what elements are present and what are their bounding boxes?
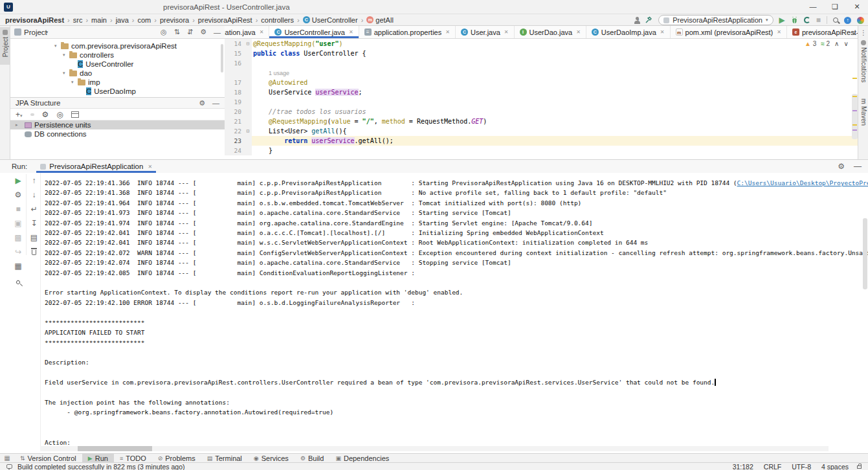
- lock-icon[interactable]: [857, 465, 862, 469]
- stripe-tab-project[interactable]: Project: [0, 27, 10, 65]
- editor-tab[interactable]: User.java ✕: [456, 26, 515, 38]
- code-line[interactable]: 21 @RequestMapping(value = "/", method =…: [225, 117, 858, 126]
- toolwindow-button[interactable]: ⇅ Version Control: [14, 454, 82, 463]
- console-link[interactable]: C:\Users\Usuario\Desktop\ProyectoPreviso…: [737, 179, 868, 186]
- target-icon[interactable]: ◎: [56, 110, 63, 119]
- tab-close-icon[interactable]: ✕: [260, 29, 264, 35]
- tab-close-icon[interactable]: ✕: [777, 29, 781, 35]
- tree-row[interactable]: ▾ imp: [10, 78, 225, 87]
- stripe-tab-notifications[interactable]: Notifications: [858, 38, 868, 92]
- close-button[interactable]: ✕: [846, 0, 868, 14]
- project-panel-title[interactable]: Project: [24, 28, 47, 36]
- soft-wrap-icon[interactable]: ↵: [30, 205, 37, 214]
- toolwindow-button[interactable]: ▣ Dependencies: [329, 454, 395, 463]
- breadcrumb-item[interactable]: UserController: [294, 16, 358, 24]
- editor-tab[interactable]: UserDaoImp.java ✕: [586, 26, 671, 38]
- update-available-icon[interactable]: ↑: [844, 17, 851, 24]
- user-account-button[interactable]: ▾: [634, 17, 640, 24]
- editor-tab[interactable]: pplication.java ✕: [225, 26, 269, 38]
- run-configuration-select[interactable]: PrevisoraApiRestApplication ▾: [658, 15, 773, 25]
- editor-tab[interactable]: pom.xml (previsoraApiRest) ✕: [671, 26, 787, 38]
- code-line[interactable]: 18 UserService userService;: [225, 87, 858, 97]
- hide-panel-icon[interactable]: —: [212, 99, 219, 107]
- tree-row[interactable]: ▾ UserController: [10, 60, 225, 69]
- gear-icon[interactable]: ⚙: [200, 28, 206, 36]
- toolwindow-button[interactable]: ⊘ Problems: [152, 454, 201, 463]
- code-editor[interactable]: 14⊟@RequestMapping("user")15public class…: [225, 39, 858, 159]
- tab-close-icon[interactable]: ✕: [349, 29, 353, 35]
- breadcrumb-item[interactable]: com: [129, 16, 151, 24]
- run-tab[interactable]: PrevisoraApiRestApplication ✕: [36, 160, 156, 173]
- toolwindow-button[interactable]: ▤ Terminal: [201, 454, 248, 463]
- tabs-dropdown-icon[interactable]: ∨: [852, 29, 856, 36]
- memory-snapshot-icon[interactable]: ▩: [14, 234, 21, 242]
- breadcrumb-item[interactable]: controllers: [252, 16, 294, 24]
- code-line[interactable]: 16: [225, 58, 858, 68]
- code-with-me-icon[interactable]: [857, 17, 864, 24]
- breadcrumb-item[interactable]: src: [64, 16, 82, 24]
- clear-console-icon[interactable]: [32, 250, 36, 255]
- console-hscrollbar[interactable]: [40, 446, 829, 451]
- toolwindow-button[interactable]: ▶ Run: [82, 454, 114, 463]
- thread-dump-icon[interactable]: ▣: [14, 219, 21, 228]
- gear-icon[interactable]: ⚙: [199, 99, 205, 107]
- expand-all-icon[interactable]: ⇅: [174, 28, 180, 36]
- up-stacktrace-icon[interactable]: ↑: [32, 177, 36, 185]
- pin-icon[interactable]: [16, 280, 21, 285]
- tab-close-icon[interactable]: ✕: [504, 29, 509, 35]
- jpa-row[interactable]: ▸ DB connections: [10, 129, 225, 139]
- editor-tab[interactable]: UserController.java ✕: [269, 26, 359, 38]
- line-separator[interactable]: CRLF: [764, 463, 781, 470]
- locate-file-icon[interactable]: ◎: [161, 28, 167, 36]
- tab-close-icon[interactable]: ✕: [148, 164, 152, 170]
- breadcrumb-item[interactable]: java: [107, 16, 129, 24]
- chevron-icon[interactable]: ▸: [16, 122, 22, 128]
- rerun-button[interactable]: ▶: [15, 177, 21, 185]
- breadcrumb-item[interactable]: previsora: [151, 16, 189, 24]
- breadcrumb-item[interactable]: previsoraApiRest: [189, 16, 252, 24]
- scroll-to-end-icon[interactable]: ↧: [30, 219, 37, 228]
- typo-count[interactable]: 2: [827, 40, 830, 47]
- fold-marker[interactable]: ⊟: [244, 39, 252, 49]
- fold-marker[interactable]: ⊟: [244, 126, 252, 136]
- chevron-icon[interactable]: ▾: [63, 52, 69, 58]
- code-line[interactable]: 20 //trae todos los usuarios: [225, 107, 858, 117]
- tab-close-icon[interactable]: ✕: [576, 29, 581, 35]
- project-scrollbar[interactable]: [221, 44, 223, 73]
- code-line[interactable]: 19: [225, 97, 858, 107]
- hide-panel-icon[interactable]: —: [854, 162, 862, 171]
- tab-close-icon[interactable]: ✕: [660, 29, 665, 35]
- console-hscrollbar-thumb[interactable]: [78, 446, 152, 451]
- chevron-down-icon[interactable]: ▾: [46, 30, 49, 35]
- chevron-icon[interactable]: ▾: [63, 71, 69, 76]
- table-icon[interactable]: [71, 111, 79, 118]
- chevron-icon[interactable]: ▾: [71, 80, 78, 85]
- toolwindow-button[interactable]: ◉ Services: [248, 454, 295, 463]
- layout-icon[interactable]: ▦: [14, 262, 21, 271]
- caret-position[interactable]: 31:182: [733, 463, 753, 470]
- stop-button[interactable]: ■: [816, 14, 821, 26]
- wrench-icon[interactable]: ⚙: [42, 110, 49, 119]
- breadcrumb-item[interactable]: main: [82, 16, 107, 24]
- code-line[interactable]: 1 usage: [225, 68, 858, 78]
- status-message[interactable]: Build completed successfully in 822 ms (…: [17, 463, 185, 470]
- toolwindow-switcher-icon[interactable]: ▦: [0, 454, 14, 462]
- event-log-icon[interactable]: [6, 464, 12, 469]
- code-line[interactable]: 17 @Autowired: [225, 78, 858, 87]
- debug-button[interactable]: [791, 16, 798, 24]
- toolwindow-button[interactable]: ≡ TODO: [114, 454, 152, 463]
- file-encoding[interactable]: UTF-8: [792, 463, 811, 470]
- hide-panel-icon[interactable]: —: [214, 28, 221, 36]
- breadcrumb-item[interactable]: getAll: [358, 16, 394, 24]
- tree-row[interactable]: ▾ controllers: [10, 50, 225, 60]
- chevron-icon[interactable]: ▾: [54, 43, 61, 49]
- maximize-button[interactable]: ❏: [824, 0, 846, 14]
- toolwindow-button[interactable]: ⚙ Build: [295, 454, 330, 463]
- tabs-menu-icon[interactable]: ⋮: [860, 29, 867, 36]
- run-console[interactable]: 2022-07-05 22:19:41.366 INFO 18744 --- […: [40, 173, 868, 447]
- view-mode-button[interactable]: [30, 113, 34, 116]
- code-line[interactable]: 15public class UserController {: [225, 49, 858, 58]
- jpa-row[interactable]: ▸ Persistence units: [10, 120, 225, 129]
- code-line[interactable]: 24 }: [225, 146, 858, 155]
- next-issue-icon[interactable]: ∨: [843, 40, 848, 47]
